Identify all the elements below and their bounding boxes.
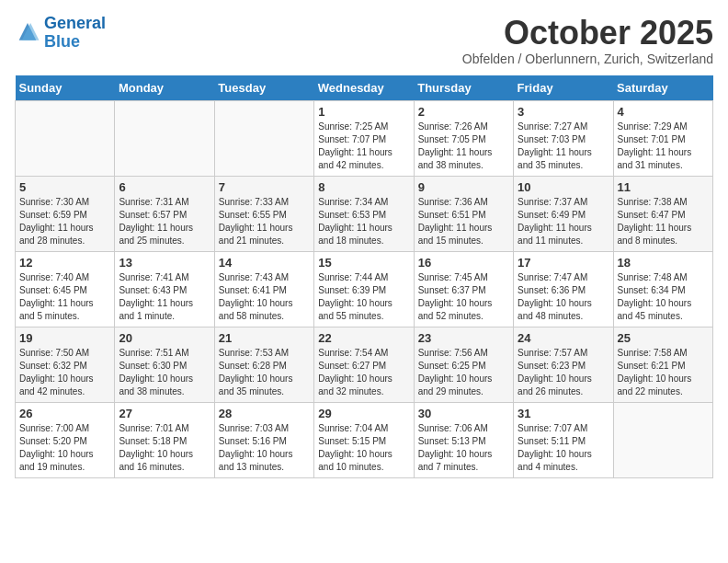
calendar-cell: 24Sunrise: 7:57 AMSunset: 6:23 PMDayligh…	[514, 327, 613, 402]
logo-text: General Blue	[44, 15, 106, 52]
day-info: Sunrise: 7:51 AMSunset: 6:30 PMDaylight:…	[119, 347, 210, 398]
day-info: Sunrise: 7:41 AMSunset: 6:43 PMDaylight:…	[119, 271, 210, 323]
day-number: 4	[618, 105, 709, 119]
calendar-cell: 4Sunrise: 7:29 AMSunset: 7:01 PMDaylight…	[613, 100, 712, 176]
logo-blue: Blue	[44, 32, 80, 51]
day-number: 6	[119, 180, 210, 194]
logo: General Blue	[15, 15, 106, 52]
calendar-header-row: SundayMondayTuesdayWednesdayThursdayFrid…	[16, 75, 713, 101]
day-info: Sunrise: 7:53 AMSunset: 6:28 PMDaylight:…	[219, 347, 310, 398]
month-title: October 2025	[462, 15, 713, 52]
calendar-cell	[613, 402, 712, 477]
title-block: October 2025 Obfelden / Oberlunnern, Zur…	[462, 15, 713, 66]
day-info: Sunrise: 7:04 AMSunset: 5:15 PMDaylight:…	[318, 422, 409, 474]
day-info: Sunrise: 7:36 AMSunset: 6:51 PMDaylight:…	[418, 196, 509, 247]
page-header: General Blue October 2025 Obfelden / Obe…	[15, 15, 713, 66]
day-number: 12	[19, 256, 110, 270]
calendar-cell: 15Sunrise: 7:44 AMSunset: 6:39 PMDayligh…	[314, 251, 414, 327]
day-info: Sunrise: 7:34 AMSunset: 6:53 PMDaylight:…	[318, 196, 409, 247]
calendar-week-row: 19Sunrise: 7:50 AMSunset: 6:32 PMDayligh…	[16, 327, 713, 402]
day-number: 24	[518, 331, 609, 345]
day-info: Sunrise: 7:29 AMSunset: 7:01 PMDaylight:…	[618, 121, 709, 172]
column-header-thursday: Thursday	[414, 75, 513, 101]
day-number: 1	[318, 105, 409, 119]
calendar-cell: 9Sunrise: 7:36 AMSunset: 6:51 PMDaylight…	[414, 176, 513, 251]
day-number: 8	[318, 180, 409, 194]
day-info: Sunrise: 7:56 AMSunset: 6:25 PMDaylight:…	[418, 347, 509, 398]
calendar-cell: 16Sunrise: 7:45 AMSunset: 6:37 PMDayligh…	[414, 251, 513, 327]
calendar-cell: 14Sunrise: 7:43 AMSunset: 6:41 PMDayligh…	[214, 251, 313, 327]
day-info: Sunrise: 7:50 AMSunset: 6:32 PMDaylight:…	[19, 347, 110, 398]
column-header-wednesday: Wednesday	[314, 75, 414, 101]
calendar-cell: 3Sunrise: 7:27 AMSunset: 7:03 PMDaylight…	[514, 100, 613, 176]
calendar-cell: 7Sunrise: 7:33 AMSunset: 6:55 PMDaylight…	[214, 176, 313, 251]
day-number: 10	[518, 180, 609, 194]
day-number: 23	[418, 331, 509, 345]
day-number: 26	[19, 407, 110, 420]
day-number: 9	[418, 180, 509, 194]
day-info: Sunrise: 7:48 AMSunset: 6:34 PMDaylight:…	[618, 271, 709, 323]
logo-icon	[15, 20, 40, 46]
calendar-cell: 19Sunrise: 7:50 AMSunset: 6:32 PMDayligh…	[16, 327, 115, 402]
day-number: 25	[618, 331, 709, 345]
day-number: 17	[518, 256, 609, 270]
day-info: Sunrise: 7:07 AMSunset: 5:11 PMDaylight:…	[518, 422, 609, 474]
day-number: 16	[418, 256, 509, 270]
calendar-cell: 18Sunrise: 7:48 AMSunset: 6:34 PMDayligh…	[613, 251, 712, 327]
day-number: 31	[518, 407, 609, 420]
day-number: 5	[19, 180, 110, 194]
day-number: 19	[19, 331, 110, 345]
day-number: 13	[119, 256, 210, 270]
calendar-cell: 2Sunrise: 7:26 AMSunset: 7:05 PMDaylight…	[414, 100, 513, 176]
calendar-cell: 30Sunrise: 7:06 AMSunset: 5:13 PMDayligh…	[414, 402, 513, 477]
day-info: Sunrise: 7:31 AMSunset: 6:57 PMDaylight:…	[119, 196, 210, 247]
calendar-cell: 28Sunrise: 7:03 AMSunset: 5:16 PMDayligh…	[214, 402, 313, 477]
calendar-cell: 27Sunrise: 7:01 AMSunset: 5:18 PMDayligh…	[115, 402, 214, 477]
day-number: 7	[219, 180, 310, 194]
day-info: Sunrise: 7:40 AMSunset: 6:45 PMDaylight:…	[19, 271, 110, 323]
calendar-cell: 17Sunrise: 7:47 AMSunset: 6:36 PMDayligh…	[514, 251, 613, 327]
calendar-cell: 12Sunrise: 7:40 AMSunset: 6:45 PMDayligh…	[16, 251, 115, 327]
day-info: Sunrise: 7:54 AMSunset: 6:27 PMDaylight:…	[318, 347, 409, 398]
day-number: 27	[119, 407, 210, 420]
day-info: Sunrise: 7:33 AMSunset: 6:55 PMDaylight:…	[219, 196, 310, 247]
day-info: Sunrise: 7:58 AMSunset: 6:21 PMDaylight:…	[618, 347, 709, 398]
day-number: 3	[518, 105, 609, 119]
day-info: Sunrise: 7:38 AMSunset: 6:47 PMDaylight:…	[618, 196, 709, 247]
day-number: 15	[318, 256, 409, 270]
day-number: 2	[418, 105, 509, 119]
column-header-sunday: Sunday	[16, 75, 115, 101]
calendar-cell	[16, 100, 115, 176]
day-number: 28	[219, 407, 310, 420]
day-info: Sunrise: 7:43 AMSunset: 6:41 PMDaylight:…	[219, 271, 310, 323]
day-info: Sunrise: 7:00 AMSunset: 5:20 PMDaylight:…	[19, 422, 110, 474]
calendar-cell: 10Sunrise: 7:37 AMSunset: 6:49 PMDayligh…	[514, 176, 613, 251]
day-number: 11	[618, 180, 709, 194]
column-header-tuesday: Tuesday	[214, 75, 313, 101]
day-number: 20	[119, 331, 210, 345]
day-number: 21	[219, 331, 310, 345]
logo-general: General	[44, 14, 106, 32]
day-info: Sunrise: 7:03 AMSunset: 5:16 PMDaylight:…	[219, 422, 310, 474]
calendar-week-row: 26Sunrise: 7:00 AMSunset: 5:20 PMDayligh…	[16, 402, 713, 477]
day-number: 29	[318, 407, 409, 420]
day-info: Sunrise: 7:06 AMSunset: 5:13 PMDaylight:…	[418, 422, 509, 474]
calendar-cell	[214, 100, 313, 176]
day-number: 18	[618, 256, 709, 270]
day-number: 22	[318, 331, 409, 345]
calendar-table: SundayMondayTuesdayWednesdayThursdayFrid…	[15, 75, 713, 478]
calendar-cell: 31Sunrise: 7:07 AMSunset: 5:11 PMDayligh…	[514, 402, 613, 477]
column-header-saturday: Saturday	[613, 75, 712, 101]
calendar-cell: 22Sunrise: 7:54 AMSunset: 6:27 PMDayligh…	[314, 327, 414, 402]
day-info: Sunrise: 7:26 AMSunset: 7:05 PMDaylight:…	[418, 121, 509, 172]
calendar-cell: 5Sunrise: 7:30 AMSunset: 6:59 PMDaylight…	[16, 176, 115, 251]
day-info: Sunrise: 7:01 AMSunset: 5:18 PMDaylight:…	[119, 422, 210, 474]
day-info: Sunrise: 7:47 AMSunset: 6:36 PMDaylight:…	[518, 271, 609, 323]
day-number: 30	[418, 407, 509, 420]
day-number: 14	[219, 256, 310, 270]
calendar-cell: 21Sunrise: 7:53 AMSunset: 6:28 PMDayligh…	[214, 327, 313, 402]
calendar-cell: 13Sunrise: 7:41 AMSunset: 6:43 PMDayligh…	[115, 251, 214, 327]
day-info: Sunrise: 7:37 AMSunset: 6:49 PMDaylight:…	[518, 196, 609, 247]
calendar-cell: 25Sunrise: 7:58 AMSunset: 6:21 PMDayligh…	[613, 327, 712, 402]
calendar-cell: 6Sunrise: 7:31 AMSunset: 6:57 PMDaylight…	[115, 176, 214, 251]
